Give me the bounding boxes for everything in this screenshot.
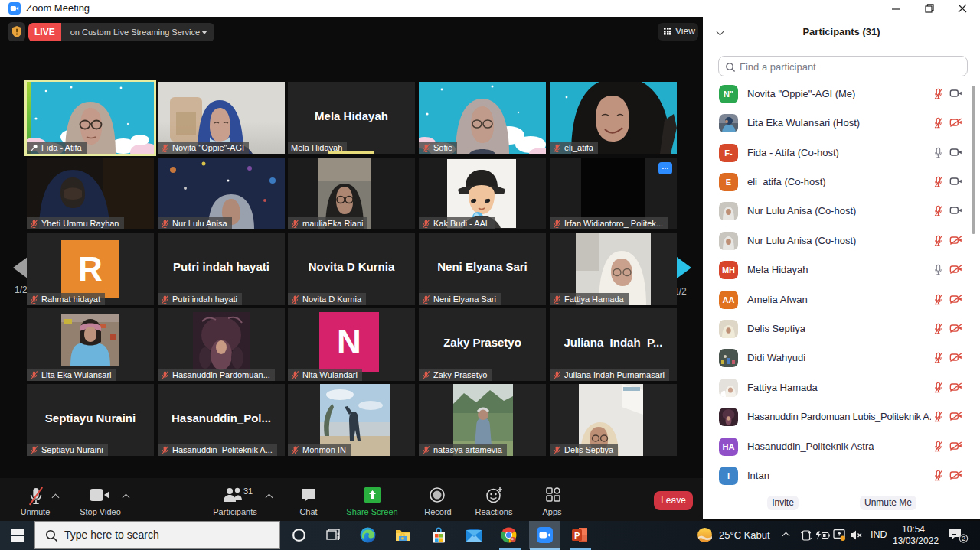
svg-text:P: P — [574, 531, 580, 540]
svg-text:2: 2 — [962, 534, 965, 542]
